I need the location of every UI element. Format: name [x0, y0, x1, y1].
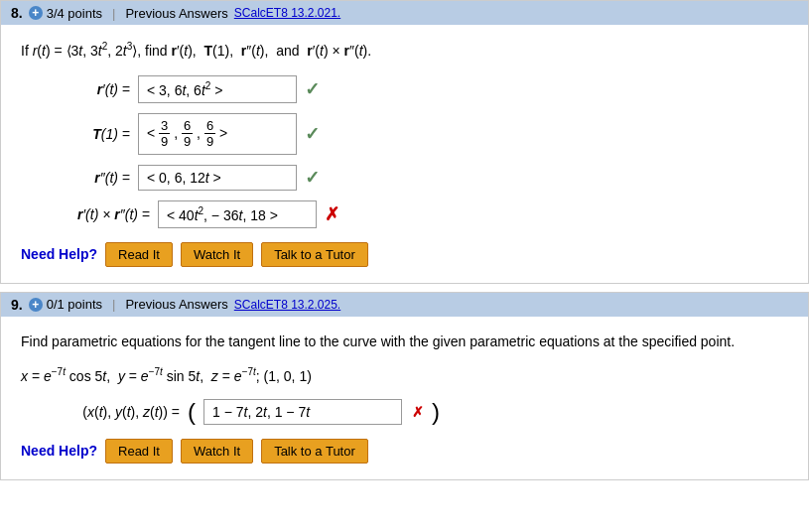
q8-points-badge: + 3/4 points — [29, 6, 102, 21]
q9-source[interactable]: SCalcET8 13.2.025. — [234, 298, 340, 312]
q8-talk-tutor-button[interactable]: Talk to a Tutor — [261, 242, 368, 267]
q8-frac1-den: 9 — [159, 134, 170, 150]
q9-answer-label: (x(t), y(t), z(t)) = — [21, 404, 180, 420]
q8-row-cross: r′(t) × r″(t) = < 40t2, − 36t, 18 > ✗ — [21, 200, 788, 228]
q9-plus-icon: + — [29, 298, 43, 312]
q8-frac2-num: 6 — [182, 118, 193, 135]
q8-watch-it-button[interactable]: Watch It — [181, 242, 253, 267]
q9-watch-it-button[interactable]: Watch It — [181, 439, 253, 464]
q9-talk-tutor-button[interactable]: Talk to a Tutor — [261, 439, 368, 464]
q8-frac2-den: 9 — [182, 134, 193, 150]
q9-right-paren: ) — [432, 400, 440, 424]
q9-answer-row: (x(t), y(t), z(t)) = ( 1 − 7t, 2t, 1 − 7… — [21, 399, 788, 425]
q8-prev-answers: Previous Answers — [125, 6, 227, 21]
q8-frac3-den: 9 — [204, 134, 215, 150]
separator-2: | — [112, 297, 115, 312]
q9-prev-answers: Previous Answers — [125, 297, 227, 312]
q8-input-cross: < 40t2, − 36t, 18 > — [158, 200, 317, 228]
q8-frac3: 6 9 — [204, 118, 215, 150]
q8-problem: If r(t) = ⟨3t, 3t2, 2t3⟩, find r′(t), T(… — [21, 39, 788, 62]
q8-frac3-num: 6 — [204, 118, 215, 135]
q8-row-rdoubleprime: r″(t) = < 0, 6, 12t > ✓ — [21, 165, 788, 191]
q8-need-help-row: Need Help? Read It Watch It Talk to a Tu… — [21, 242, 788, 267]
q8-read-it-button[interactable]: Read It — [105, 242, 173, 267]
question-9: 9. + 0/1 points | Previous Answers SCalc… — [0, 292, 809, 480]
q8-check-rdoubleprime: ✓ — [305, 167, 320, 189]
q8-check-rprime: ✓ — [305, 78, 320, 100]
question-9-header: 9. + 0/1 points | Previous Answers SCalc… — [1, 293, 808, 317]
question-8-header: 8. + 3/4 points | Previous Answers SCalc… — [1, 1, 808, 25]
q9-points-badge: + 0/1 points — [29, 297, 102, 312]
q9-sub-eq: x = e−7t cos 5t, y = e−7t sin 5t, z = e−… — [21, 364, 788, 387]
q9-need-help-row: Need Help? Read It Watch It Talk to a Tu… — [21, 439, 788, 464]
q9-number: 9. — [11, 297, 23, 313]
q9-left-paren: ( — [188, 400, 196, 424]
q8-row-t1: T(1) = < 3 9 , 6 9 , 6 9 > ✓ — [21, 113, 788, 155]
q8-number: 8. — [11, 5, 23, 21]
q8-points: 3/4 points — [47, 6, 102, 21]
q8-label-t1: T(1) = — [21, 126, 130, 142]
q9-cross-wrong: ✗ — [412, 404, 424, 420]
q8-check-t1: ✓ — [305, 123, 320, 145]
q8-frac1-num: 3 — [159, 118, 170, 135]
q8-row-rprime: r′(t) = < 3, 6t, 6t2 > ✓ — [21, 75, 788, 103]
q8-input-rdoubleprime: < 0, 6, 12t > — [138, 165, 297, 191]
q9-input-answer: 1 − 7t, 2t, 1 − 7t — [203, 399, 402, 425]
question-8: 8. + 3/4 points | Previous Answers SCalc… — [0, 0, 809, 284]
q9-body: Find parametric equations for the tangen… — [1, 317, 808, 479]
q8-source[interactable]: SCalcET8 13.2.021. — [234, 6, 340, 20]
q8-input-rprime: < 3, 6t, 6t2 > — [138, 75, 297, 103]
q8-label-cross: r′(t) × r″(t) = — [21, 206, 150, 222]
q9-points: 0/1 points — [47, 297, 102, 312]
q8-label-rdoubleprime: r″(t) = — [21, 170, 130, 186]
q8-need-help-label: Need Help? — [21, 246, 97, 262]
plus-icon: + — [29, 6, 43, 20]
q8-label-rprime: r′(t) = — [21, 81, 130, 97]
q9-statement: Find parametric equations for the tangen… — [21, 331, 788, 352]
q8-input-t1: < 3 9 , 6 9 , 6 9 > — [138, 113, 297, 155]
q8-cross-wrong: ✗ — [325, 203, 339, 225]
q9-need-help-label: Need Help? — [21, 443, 97, 459]
q8-frac2: 6 9 — [182, 118, 193, 150]
q9-read-it-button[interactable]: Read It — [105, 439, 173, 464]
q8-body: If r(t) = ⟨3t, 3t2, 2t3⟩, find r′(t), T(… — [1, 25, 808, 283]
separator-1: | — [112, 6, 115, 21]
q8-frac1: 3 9 — [159, 118, 170, 150]
